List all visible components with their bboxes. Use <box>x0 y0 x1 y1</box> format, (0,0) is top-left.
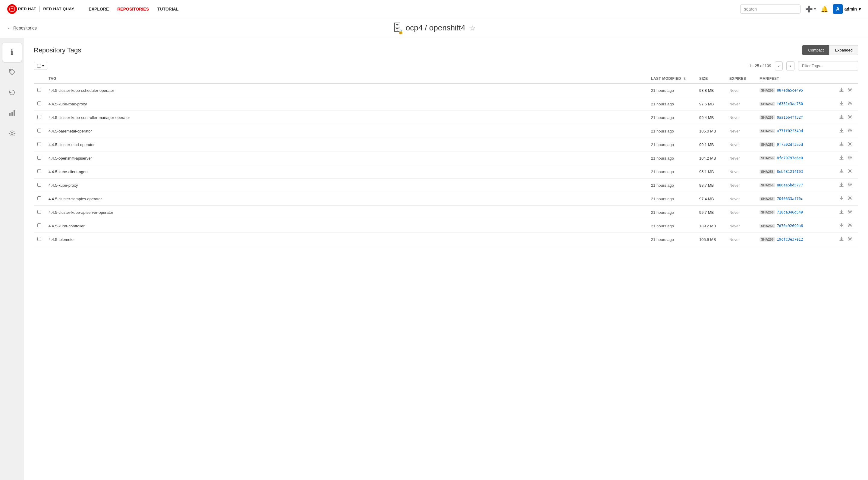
settings-button[interactable] <box>846 114 854 121</box>
main-content: Repository Tags Compact Expanded ▾ 1 - 2… <box>24 38 868 480</box>
sha-link[interactable]: 8eb481214103 <box>777 170 803 174</box>
settings-button[interactable] <box>846 181 854 189</box>
row-checkbox[interactable] <box>37 88 41 92</box>
col-header-modified[interactable]: LAST MODIFIED ⬇ <box>647 74 695 83</box>
svg-point-13 <box>849 184 850 185</box>
download-button[interactable] <box>838 236 845 243</box>
nav-explore[interactable]: EXPLORE <box>89 7 109 11</box>
sidebar-item-tags[interactable] <box>2 63 22 82</box>
sha-link[interactable]: 887eda5ce495 <box>777 88 803 93</box>
sidebar-item-settings[interactable] <box>2 125 22 144</box>
sha-link[interactable]: f6351c3aa750 <box>777 102 803 106</box>
row-checkbox[interactable] <box>37 115 41 119</box>
row-size: 105.9 MB <box>695 233 726 246</box>
row-checkbox[interactable] <box>37 183 41 187</box>
download-button[interactable] <box>838 195 845 202</box>
row-actions <box>834 206 858 219</box>
sha-link[interactable]: 7d70c92699a6 <box>777 224 803 228</box>
row-checkbox[interactable] <box>37 129 41 133</box>
settings-button[interactable] <box>846 168 854 175</box>
settings-button[interactable] <box>846 100 854 107</box>
sha-link[interactable]: 886ae5bd5777 <box>777 183 803 187</box>
settings-button[interactable] <box>846 209 854 216</box>
download-button[interactable] <box>838 127 845 135</box>
compact-view-button[interactable]: Compact <box>802 45 829 55</box>
row-checkbox[interactable] <box>37 156 41 160</box>
row-checkbox-cell <box>34 83 45 97</box>
download-button[interactable] <box>838 155 845 162</box>
download-button[interactable] <box>838 114 845 121</box>
table-row: 4.4.5-telemeter 21 hours ago 105.9 MB Ne… <box>34 233 858 246</box>
nav-tutorial[interactable]: TUTORIAL <box>157 7 179 11</box>
download-button[interactable] <box>838 87 845 94</box>
sha-link[interactable]: a77ff02f349d <box>777 129 803 133</box>
row-checkbox[interactable] <box>37 169 41 173</box>
download-button[interactable] <box>838 100 845 107</box>
lock-icon: 🔒 <box>398 29 403 34</box>
table-header-row: TAG LAST MODIFIED ⬇ SIZE EXPIRES MANIFES… <box>34 74 858 83</box>
sha-link[interactable]: 718ca346d549 <box>777 210 803 214</box>
download-button[interactable] <box>838 168 845 175</box>
row-checkbox[interactable] <box>37 101 41 105</box>
select-all-button[interactable]: ▾ <box>34 62 47 70</box>
row-checkbox-cell <box>34 219 45 233</box>
col-header-size: SIZE <box>695 74 726 83</box>
next-page-button[interactable]: › <box>786 61 795 70</box>
sha-link[interactable]: 9f7a02df3a5d <box>777 142 803 147</box>
table-row: 4.4.5-kube-proxy 21 hours ago 98.7 MB Ne… <box>34 179 858 192</box>
row-size: 97.6 MB <box>695 97 726 111</box>
row-size: 99.4 MB <box>695 111 726 124</box>
row-size: 104.2 MB <box>695 151 726 165</box>
user-menu[interactable]: A admin ▾ <box>833 4 861 14</box>
row-modified: 21 hours ago <box>647 206 695 219</box>
row-checkbox[interactable] <box>37 142 41 146</box>
row-checkbox[interactable] <box>37 224 41 227</box>
settings-button[interactable] <box>846 236 854 243</box>
expanded-view-button[interactable]: Expanded <box>829 45 858 55</box>
sidebar-item-stats[interactable] <box>2 104 22 124</box>
back-to-repositories[interactable]: ← Repositories <box>7 26 37 30</box>
previous-page-button[interactable]: ‹ <box>775 61 783 70</box>
settings-button[interactable] <box>846 127 854 135</box>
sidebar-item-info[interactable]: ℹ <box>2 43 22 62</box>
row-checkbox[interactable] <box>37 196 41 200</box>
filter-tags-input[interactable] <box>798 61 858 70</box>
settings-button[interactable] <box>846 195 854 202</box>
breadcrumb-back-label: Repositories <box>13 26 37 30</box>
settings-button[interactable] <box>846 141 854 148</box>
create-button[interactable]: ➕ ▾ <box>805 5 816 13</box>
row-modified: 21 hours ago <box>647 179 695 192</box>
nav-repositories[interactable]: REPOSITORIES <box>117 7 149 11</box>
section-title: Repository Tags <box>34 46 81 54</box>
download-button[interactable] <box>838 181 845 189</box>
settings-button[interactable] <box>846 87 854 94</box>
sha-link[interactable]: 0aa16b4ff32f <box>777 115 803 119</box>
search-input[interactable] <box>740 4 801 13</box>
logo-divider: | <box>38 5 40 12</box>
bell-icon: 🔔 <box>821 5 828 13</box>
breadcrumb-bar: ← Repositories 🗄 🔒 ocp4 / openshift4 ☆ <box>0 18 868 38</box>
notifications-button[interactable]: 🔔 <box>821 5 828 13</box>
download-button[interactable] <box>838 209 845 216</box>
svg-point-8 <box>849 116 850 118</box>
favorite-button[interactable]: ☆ <box>469 24 475 32</box>
sha-link[interactable]: 8fd79797e6e0 <box>777 156 803 160</box>
row-tag-name: 4.4.5-kube-rbac-proxy <box>45 97 647 111</box>
row-tag-name: 4.4.5-telemeter <box>45 233 647 246</box>
row-checkbox-cell <box>34 151 45 165</box>
row-checkbox[interactable] <box>37 210 41 214</box>
row-manifest: SHA256 19cfc3e37e12 <box>756 233 834 246</box>
sha-link[interactable]: 7040633af70c <box>777 197 803 201</box>
settings-button[interactable] <box>846 222 854 230</box>
row-manifest: SHA256 a77ff02f349d <box>756 124 834 138</box>
select-all-checkbox[interactable] <box>37 64 41 68</box>
sidebar-item-history[interactable] <box>2 84 22 103</box>
settings-button[interactable] <box>846 155 854 162</box>
download-button[interactable] <box>838 141 845 148</box>
row-checkbox[interactable] <box>37 237 41 241</box>
sha-label: SHA256 <box>760 102 775 106</box>
row-actions <box>834 83 858 97</box>
download-button[interactable] <box>838 222 845 230</box>
row-size: 99.7 MB <box>695 206 726 219</box>
sha-link[interactable]: 19cfc3e37e12 <box>777 237 803 241</box>
